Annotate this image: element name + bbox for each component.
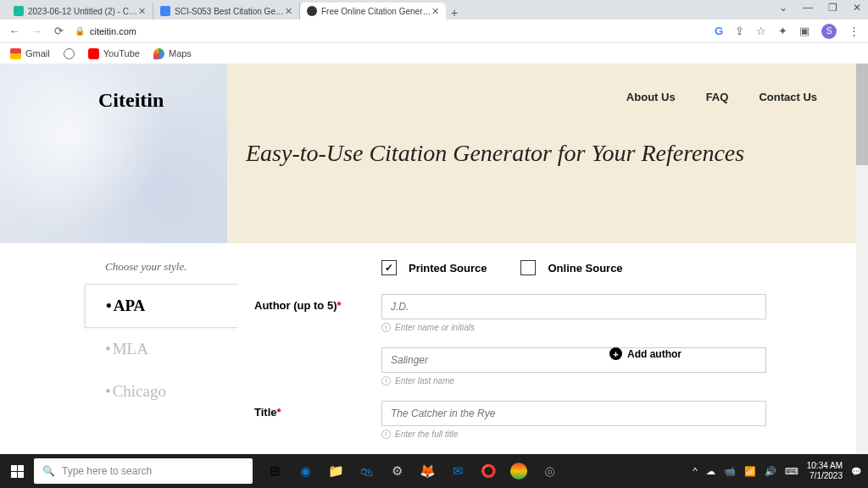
- tray-chevron-icon[interactable]: ^: [693, 466, 698, 477]
- add-author-button[interactable]: + Add author: [609, 347, 682, 360]
- google-icon[interactable]: G: [715, 25, 723, 37]
- bookmark-item[interactable]: [64, 48, 75, 59]
- address-bar: ← → ⟳ 🔒 citeitin.com G ⇪ ☆ ✦ ▣ S ⋮: [0, 19, 868, 43]
- main-content: Choose your style. APA MLA Chicago Print…: [0, 243, 868, 454]
- browser-titlebar: 2023-06-12 Untitled (2) - Copy.ai ✕ SCI-…: [0, 0, 868, 19]
- side-panel-icon[interactable]: ▣: [799, 25, 810, 37]
- title-hint: !Enter the full title: [381, 430, 766, 439]
- bookmark-youtube[interactable]: YouTube: [88, 48, 140, 59]
- meet-icon[interactable]: 📹: [724, 466, 736, 477]
- author-last-input[interactable]: [381, 347, 766, 373]
- window-dropdown-icon[interactable]: ⌄: [779, 2, 787, 14]
- minimize-icon[interactable]: —: [803, 2, 813, 14]
- close-icon[interactable]: ✕: [285, 6, 292, 17]
- extensions-icon[interactable]: ✦: [778, 25, 787, 37]
- onedrive-icon[interactable]: ☁: [706, 466, 715, 477]
- chrome-icon[interactable]: [510, 463, 527, 480]
- reload-icon[interactable]: ⟳: [53, 25, 64, 37]
- maximize-icon[interactable]: ❐: [828, 2, 837, 14]
- main-nav: About Us FAQ Contact Us: [626, 91, 817, 103]
- nav-contact[interactable]: Contact Us: [759, 91, 817, 103]
- back-icon[interactable]: ←: [8, 25, 20, 37]
- browser-tab[interactable]: SCI-S053 Best Citation Generato ✕: [153, 3, 300, 19]
- taskbar: 🔍 Type here to search ⊞ ◉ 📁 🛍 ⚙ 🦊 ✉ ⭕ ◎ …: [0, 454, 868, 488]
- author-last-hint: !Enter last name: [381, 376, 766, 385]
- wifi-icon[interactable]: 📶: [744, 466, 756, 477]
- citeitin-icon: [307, 6, 317, 16]
- author-first-input[interactable]: [381, 294, 766, 319]
- volume-icon[interactable]: 🔊: [765, 466, 776, 477]
- gdocs-icon: [160, 6, 170, 16]
- url-field[interactable]: 🔒 citeitin.com: [75, 26, 704, 36]
- checkbox-icon: [520, 260, 536, 275]
- start-button[interactable]: [0, 454, 34, 488]
- search-icon: 🔍: [42, 465, 55, 477]
- clock[interactable]: 10:34 AM 7/1/2023: [807, 461, 843, 481]
- scroll-thumb[interactable]: [856, 64, 868, 165]
- style-option-mla[interactable]: MLA: [85, 328, 237, 370]
- copyai-icon: [14, 6, 24, 16]
- bookmark-maps[interactable]: Maps: [153, 48, 192, 59]
- browser-tab[interactable]: 2023-06-12 Untitled (2) - Copy.ai ✕: [7, 3, 153, 19]
- scrollbar[interactable]: [856, 64, 868, 454]
- app-icon[interactable]: ◎: [534, 454, 565, 488]
- globe-icon: [64, 48, 75, 59]
- task-view-icon[interactable]: ⊞: [259, 454, 290, 488]
- citation-form: Printed Source Online Source Author (up …: [237, 260, 834, 454]
- notifications-icon[interactable]: 💬: [851, 467, 861, 476]
- bookmark-gmail[interactable]: Gmail: [10, 48, 50, 59]
- browser-tab-active[interactable]: Free Online Citation Generator | ✕: [300, 3, 446, 19]
- page-viewport: Citeitin About Us FAQ Contact Us Easy-to…: [0, 64, 868, 454]
- hero-title: Easy-to-Use Citation Generator for Your …: [246, 140, 834, 167]
- site-logo[interactable]: Citeitin: [98, 89, 164, 112]
- close-window-icon[interactable]: ✕: [853, 2, 861, 14]
- taskbar-apps: ⊞ ◉ 📁 🛍 ⚙ 🦊 ✉ ⭕ ◎: [259, 454, 565, 488]
- author-first-hint: !Enter name or initials: [381, 323, 766, 332]
- edge-icon[interactable]: ◉: [290, 454, 320, 488]
- bookmarks-bar: Gmail YouTube Maps: [0, 43, 868, 64]
- language-icon[interactable]: ⌨: [785, 466, 798, 477]
- info-icon: !: [381, 430, 391, 439]
- style-option-chicago[interactable]: Chicago: [85, 370, 237, 413]
- title-label: Title*: [254, 401, 381, 449]
- maps-icon: [153, 48, 164, 59]
- gmail-icon: [10, 48, 21, 59]
- lock-icon: 🔒: [75, 26, 85, 36]
- info-icon: !: [381, 376, 391, 385]
- menu-icon[interactable]: ⋮: [849, 25, 860, 37]
- tab-title: SCI-S053 Best Citation Generato: [175, 7, 285, 16]
- nav-faq[interactable]: FAQ: [706, 91, 729, 103]
- star-icon[interactable]: ☆: [756, 25, 766, 37]
- printed-source-checkbox[interactable]: Printed Source: [381, 260, 487, 275]
- info-icon: !: [381, 323, 391, 332]
- title-input[interactable]: [381, 401, 766, 426]
- close-icon[interactable]: ✕: [138, 6, 146, 17]
- firefox-icon[interactable]: 🦊: [412, 454, 442, 488]
- explorer-icon[interactable]: 📁: [320, 454, 351, 488]
- windows-icon: [11, 465, 24, 478]
- author-label: Author (up to 5)*: [254, 294, 381, 342]
- close-icon[interactable]: ✕: [431, 6, 439, 17]
- nav-about[interactable]: About Us: [626, 91, 676, 103]
- new-tab-button[interactable]: +: [446, 6, 463, 19]
- tab-title: Free Online Citation Generator |: [321, 7, 431, 16]
- share-icon[interactable]: ⇪: [735, 25, 744, 37]
- style-sidebar: Choose your style. APA MLA Chicago: [0, 260, 237, 454]
- window-controls: ⌄ — ❐ ✕: [779, 2, 861, 14]
- sidebar-label: Choose your style.: [85, 260, 237, 274]
- youtube-icon: [88, 48, 99, 59]
- online-source-checkbox[interactable]: Online Source: [520, 260, 622, 275]
- store-icon[interactable]: 🛍: [351, 454, 381, 488]
- plus-icon: +: [609, 347, 622, 360]
- settings-icon[interactable]: ⚙: [381, 454, 412, 488]
- forward-icon[interactable]: →: [31, 25, 42, 37]
- hero-section: Citeitin About Us FAQ Contact Us Easy-to…: [0, 64, 868, 243]
- taskbar-search[interactable]: 🔍 Type here to search: [34, 458, 253, 484]
- tab-title: 2023-06-12 Untitled (2) - Copy.ai: [28, 7, 138, 16]
- checkbox-checked-icon: [381, 260, 397, 275]
- profile-avatar[interactable]: S: [821, 24, 837, 39]
- opera-icon[interactable]: ⭕: [473, 454, 504, 488]
- system-tray: ^ ☁ 📹 📶 🔊 ⌨ 10:34 AM 7/1/2023 💬: [693, 454, 868, 488]
- style-option-apa[interactable]: APA: [85, 284, 237, 328]
- mail-icon[interactable]: ✉: [442, 454, 473, 488]
